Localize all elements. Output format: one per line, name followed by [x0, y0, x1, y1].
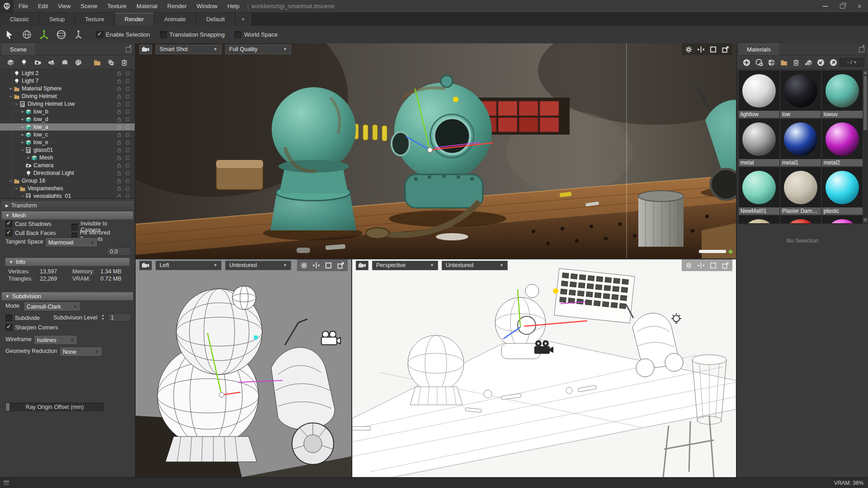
tree-expander[interactable]: + — [19, 132, 25, 137]
lock-icon[interactable] — [117, 109, 122, 114]
viewport-settings-gear-icon[interactable] — [301, 262, 307, 269]
tree-expander[interactable]: − — [14, 101, 19, 107]
menu-view[interactable]: View — [53, 0, 75, 12]
tree-expander[interactable]: + — [19, 140, 25, 145]
import-library-button[interactable] — [815, 56, 827, 68]
add-object-button[interactable] — [4, 56, 17, 68]
wireframe-select[interactable]: Isolines▼ — [34, 335, 77, 345]
tree-item-low-c[interactable]: +low_c — [0, 131, 135, 139]
popout-panel-icon[interactable] — [858, 46, 864, 52]
add-shadow-catcher-button[interactable] — [58, 56, 71, 68]
new-folder-button[interactable] — [778, 56, 790, 68]
lock-icon[interactable] — [117, 132, 122, 137]
translate-tool-button[interactable] — [36, 28, 52, 42]
material-item-unnamed[interactable] — [780, 216, 821, 224]
tree-item-directional-light[interactable]: Directional Light — [0, 169, 135, 177]
menu-render[interactable]: Render — [162, 0, 192, 12]
tree-item-group-16[interactable]: −Group 16 — [0, 177, 135, 185]
lock-icon[interactable] — [117, 71, 122, 76]
sync-icon[interactable] — [125, 140, 130, 145]
lock-icon[interactable] — [117, 79, 122, 84]
sync-icon[interactable] — [125, 86, 130, 91]
refresh-thumbnails-button[interactable] — [765, 56, 778, 68]
lock-icon[interactable] — [117, 94, 122, 99]
tree-item-low-d[interactable]: +low_d — [0, 116, 135, 123]
lock-icon[interactable] — [117, 178, 122, 183]
rotate-tool-button[interactable] — [53, 28, 69, 42]
log-icon[interactable] — [4, 481, 9, 485]
material-item-unnamed[interactable] — [739, 216, 779, 224]
sync-icon[interactable] — [125, 171, 130, 176]
ray-origin-offset-slider[interactable]: Ray Origin Offset (mm) — [5, 403, 104, 411]
assign-to-selection-button[interactable] — [802, 56, 815, 68]
viewport-camera-icon[interactable] — [356, 261, 368, 270]
menu-file[interactable]: File — [14, 0, 33, 12]
viewport-settings-gear-icon[interactable] — [685, 46, 692, 53]
lock-icon[interactable] — [117, 163, 122, 168]
sync-icon[interactable] — [125, 109, 130, 114]
layout-tab-render[interactable]: Render — [115, 13, 155, 26]
sync-icon[interactable] — [125, 186, 130, 191]
menu-help[interactable]: Help — [222, 0, 245, 12]
cast-shadows-checkbox[interactable]: Cast Shadows — [5, 221, 52, 227]
tree-expander[interactable]: − — [8, 178, 14, 183]
quality-select[interactable]: Full Quality▼ — [225, 45, 291, 54]
layout-tab-texture[interactable]: Texture — [75, 13, 115, 26]
material-item-metal2[interactable]: metal2 — [822, 119, 863, 166]
subdivide-checkbox[interactable]: Subdivide — [5, 314, 40, 321]
add-sky-button[interactable] — [44, 56, 58, 68]
enable-selection-checkbox[interactable]: Enable Selection — [96, 31, 150, 38]
shading-select[interactable]: Untextured▼ — [442, 261, 508, 270]
add-light-button[interactable] — [17, 56, 31, 68]
orbit-tool-button[interactable] — [19, 28, 34, 42]
subdivision-level-stepper[interactable]: ▲▼ — [101, 314, 104, 320]
tree-expander[interactable]: − — [19, 193, 25, 199]
lock-icon[interactable] — [117, 171, 122, 176]
scroll-down-icon[interactable]: ▼ — [863, 218, 868, 222]
lock-icon[interactable] — [117, 148, 122, 153]
maximize-view-icon[interactable] — [710, 262, 717, 269]
maximize-view-icon[interactable] — [710, 46, 717, 53]
ray-origin-offset-value[interactable]: 0.0 — [107, 247, 131, 256]
world-space-checkbox[interactable]: World Space — [235, 31, 278, 38]
scene-tab[interactable]: Scene — [2, 44, 35, 55]
tree-item-glass01[interactable]: −glass01 — [0, 146, 135, 154]
split-view-icon[interactable] — [698, 46, 704, 53]
tree-item-low-a[interactable]: +low_a — [0, 123, 135, 131]
cull-back-faces-checkbox[interactable]: Cull Back Faces — [5, 230, 56, 236]
perspective-viewport[interactable]: Perspective▼ Untextured▼ — [352, 258, 736, 477]
tree-expander[interactable]: − — [14, 186, 19, 191]
sync-icon[interactable] — [125, 132, 130, 137]
layout-tab-animate[interactable]: Animate — [154, 13, 196, 26]
materials-scrollbar[interactable]: ▲ ▼ — [863, 70, 868, 222]
tree-item-material-sphere[interactable]: +Material Sphere — [0, 85, 135, 93]
info-section-header[interactable]: ▼Info — [5, 258, 130, 266]
new-material-button[interactable] — [741, 56, 753, 68]
sync-icon[interactable] — [125, 163, 130, 168]
sharpen-corners-checkbox[interactable]: Sharpen Corners — [5, 324, 58, 331]
material-item-lightlow[interactable]: lightlow — [739, 70, 779, 118]
tree-item-low-b[interactable]: +low_b — [0, 108, 135, 116]
tree-expander[interactable]: − — [19, 147, 25, 153]
tree-expander[interactable]: + — [19, 109, 25, 114]
scroll-up-icon[interactable]: ▲ — [863, 70, 868, 75]
sync-icon[interactable] — [125, 178, 130, 183]
viewport-settings-gear-icon[interactable] — [685, 262, 692, 269]
material-item-metal1[interactable]: metal1 — [780, 119, 821, 166]
menu-scene[interactable]: Scene — [75, 0, 102, 12]
tree-item-vespalights-01[interactable]: −vespalights_01 — [0, 192, 135, 199]
geometry-reduction-select[interactable]: None▼ — [60, 347, 102, 357]
tree-item-light-2[interactable]: Light 2 — [0, 70, 135, 77]
tree-item-low-e[interactable]: +low_e — [0, 139, 135, 146]
menu-window[interactable]: Window — [192, 0, 222, 12]
camera-select[interactable]: Smart Shot▼ — [156, 45, 222, 54]
export-library-button[interactable] — [827, 56, 840, 68]
layout-tab-classic[interactable]: Classic — [0, 13, 39, 26]
popout-view-icon[interactable] — [337, 262, 344, 269]
materials-tab[interactable]: Materials — [739, 44, 779, 55]
layout-tab-setup[interactable]: Setup — [39, 13, 75, 26]
tree-item-camera[interactable]: Camera — [0, 162, 135, 169]
tree-item-diving-helmet[interactable]: −Diving Helmet — [0, 93, 135, 100]
add-camera-button[interactable] — [31, 56, 44, 68]
split-view-icon[interactable] — [313, 262, 320, 269]
